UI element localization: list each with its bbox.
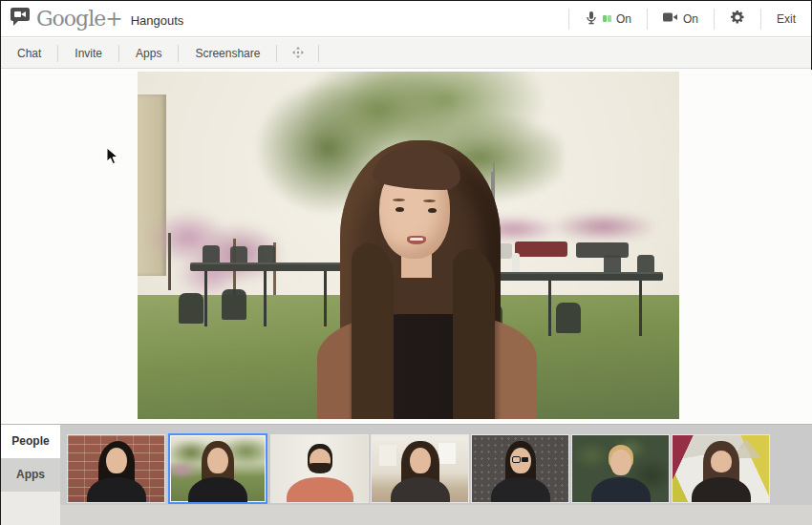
header-controls: On On Exit: [568, 1, 811, 36]
speaker-brows: [393, 199, 405, 201]
brand: Google+ Hangouts: [1, 7, 183, 31]
participant-torso: [491, 477, 550, 502]
participant-thumbnail-6[interactable]: [572, 435, 669, 502]
toolbar: Chat Invite Apps Screenshare: [1, 38, 811, 69]
toolbar-button-screenshare[interactable]: Screenshare: [179, 45, 277, 62]
video-table-legs: [204, 271, 207, 326]
participant-face: [610, 450, 631, 475]
toolbar-button-apps[interactable]: Apps: [119, 45, 179, 62]
participant-thumbnail-2-active[interactable]: [168, 433, 267, 504]
camera-toggle[interactable]: On: [647, 9, 714, 30]
video-patio-table-left: [190, 262, 343, 271]
side-tabs: People Apps: [1, 425, 60, 525]
hangouts-bubble-icon: [11, 8, 30, 30]
google-plus-logo: Google+: [36, 7, 122, 31]
participant-thumbnail-3[interactable]: [271, 435, 368, 502]
participant-face: [106, 448, 127, 473]
mic-status-label: On: [616, 12, 631, 26]
mic-toggle[interactable]: On: [568, 9, 647, 30]
participant-torso: [87, 477, 146, 502]
participant-face: [207, 448, 228, 473]
main-video[interactable]: [138, 72, 679, 419]
camera-status-label: On: [683, 12, 698, 26]
participant-torso: [188, 477, 247, 504]
participant-torso: [391, 477, 450, 502]
speaker-hair-front: [352, 243, 394, 419]
mic-level-meter: [603, 15, 611, 22]
participant-thumbnail-1[interactable]: [68, 435, 164, 502]
hangouts-window: Google+ Hangouts On On: [0, 0, 812, 525]
gear-icon: [730, 10, 745, 28]
participant-torso: [591, 477, 651, 502]
participant-face: [510, 448, 531, 473]
participant-face: [310, 449, 331, 472]
settings-button[interactable]: [714, 9, 760, 30]
speaker-torso: [317, 314, 537, 419]
speaker-eyes: [395, 207, 404, 212]
participant-thumbnail-5[interactable]: [472, 435, 568, 502]
product-name: Hangouts: [131, 10, 184, 28]
participant-face: [711, 451, 732, 472]
stage: [1, 70, 812, 424]
participant-torso: [692, 477, 751, 502]
video-camera-icon: [663, 11, 678, 26]
bottom-panel: People Apps: [1, 424, 812, 525]
exit-label: Exit: [777, 12, 796, 26]
move-toolbar-button[interactable]: [277, 45, 319, 62]
participant-thumbnail-7[interactable]: [673, 435, 769, 502]
tab-apps[interactable]: Apps: [1, 458, 60, 492]
toolbar-button-chat[interactable]: Chat: [1, 45, 58, 62]
exit-button[interactable]: Exit: [760, 9, 811, 30]
speaker-mouth: [407, 236, 426, 244]
header-bar: Google+ Hangouts On On: [1, 1, 811, 37]
toolbar-button-invite[interactable]: Invite: [58, 45, 119, 62]
video-parked-cars: [515, 242, 567, 257]
video-patio-chairs-back: [203, 245, 220, 263]
tab-people[interactable]: People: [1, 425, 60, 458]
participant-thumbnail-4[interactable]: [372, 435, 468, 502]
microphone-icon: [585, 10, 598, 28]
participant-face: [410, 448, 431, 473]
video-patio-chairs-front: [222, 289, 246, 320]
move-toolbar-icon: [292, 45, 304, 62]
participant-filmstrip: [68, 433, 769, 504]
side-tabs-filler: [1, 492, 60, 525]
participant-torso: [287, 477, 353, 502]
video-water-bottle: [512, 253, 520, 272]
mouse-cursor: [106, 147, 119, 170]
